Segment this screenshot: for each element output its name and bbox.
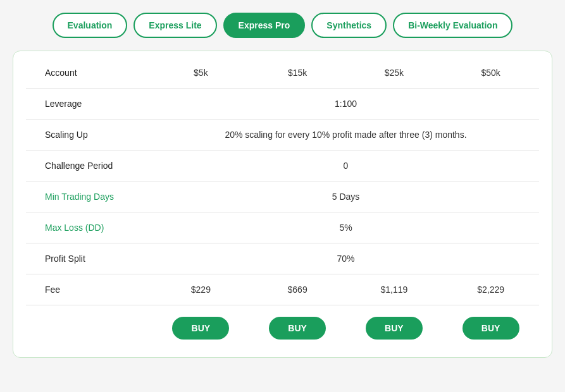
tab-evaluation[interactable]: Evaluation	[53, 13, 128, 38]
fee-15k: $669	[249, 274, 346, 305]
row-label-max-loss: Max Loss (DD)	[26, 212, 152, 243]
leverage-value: 1:100	[152, 89, 539, 119]
trading-days-value: 5 Days	[152, 181, 539, 212]
buy-col-5k: BUY	[152, 305, 249, 345]
account-15k: $15k	[249, 58, 346, 89]
buy-row-empty	[26, 305, 152, 345]
table-row-buy: BUY BUY BUY BUY	[26, 305, 539, 345]
fee-5k: $229	[152, 274, 249, 305]
table-row-challenge: Challenge Period 0	[26, 150, 539, 181]
tab-synthetics[interactable]: Synthetics	[311, 13, 387, 38]
row-label-scaling: Scaling Up	[26, 119, 152, 150]
buy-button-15k[interactable]: BUY	[269, 317, 326, 340]
buy-button-50k[interactable]: BUY	[463, 317, 519, 340]
table-row-scaling: Scaling Up 20% scaling for every 10% pro…	[26, 119, 539, 150]
buy-col-15k: BUY	[249, 305, 346, 345]
row-label-fee: Fee	[26, 274, 152, 305]
table-row-account: Account $5k $15k $25k $50k	[26, 58, 539, 89]
row-label-challenge: Challenge Period	[26, 150, 152, 181]
table-row-trading-days: Min Trading Days 5 Days	[26, 181, 539, 212]
account-5k: $5k	[152, 58, 249, 89]
buy-button-5k[interactable]: BUY	[172, 317, 229, 340]
fee-50k: $2,229	[442, 274, 539, 305]
main-container: Evaluation Express Lite Express Pro Synt…	[13, 13, 552, 358]
challenge-value: 0	[152, 150, 539, 181]
table-row-leverage: Leverage 1:100	[26, 89, 539, 119]
table-row-profit-split: Profit Split 70%	[26, 243, 539, 274]
tab-express-pro[interactable]: Express Pro	[223, 13, 306, 38]
scaling-value: 20% scaling for every 10% profit made af…	[152, 119, 539, 150]
row-label-leverage: Leverage	[26, 89, 152, 119]
buy-button-25k[interactable]: BUY	[366, 317, 423, 340]
row-label-trading-days: Min Trading Days	[26, 181, 152, 212]
buy-col-50k: BUY	[442, 305, 539, 345]
table-row-fee: Fee $229 $669 $1,119 $2,229	[26, 274, 539, 305]
row-label-account: Account	[26, 58, 152, 89]
buy-col-25k: BUY	[346, 305, 443, 345]
max-loss-value: 5%	[152, 212, 539, 243]
tab-express-lite[interactable]: Express Lite	[133, 13, 216, 38]
profit-split-value: 70%	[152, 243, 539, 274]
tab-bi-weekly[interactable]: Bi-Weekly Evaluation	[393, 13, 512, 38]
fee-25k: $1,119	[346, 274, 443, 305]
account-50k: $50k	[442, 58, 539, 89]
pricing-table: Account $5k $15k $25k $50k Leverage 1:10…	[26, 58, 539, 345]
row-label-profit-split: Profit Split	[26, 243, 152, 274]
account-25k: $25k	[346, 58, 443, 89]
pricing-table-card: Account $5k $15k $25k $50k Leverage 1:10…	[13, 51, 552, 358]
tab-bar: Evaluation Express Lite Express Pro Synt…	[13, 13, 552, 38]
table-row-max-loss: Max Loss (DD) 5%	[26, 212, 539, 243]
